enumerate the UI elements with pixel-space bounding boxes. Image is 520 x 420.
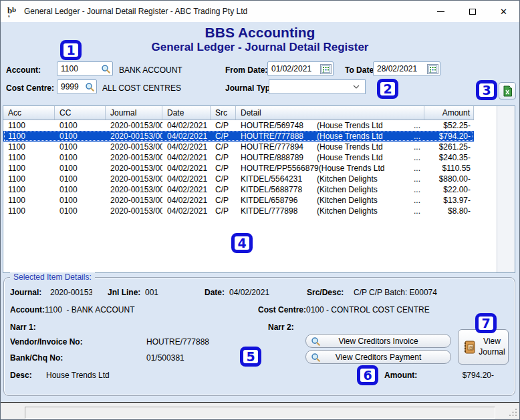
app-window: b b s General Ledger - Journal Detail Re… [0,0,520,420]
to-date-calendar-icon[interactable] [427,64,438,74]
from-date-input[interactable] [267,61,334,76]
window-title: General Ledger - Journal Detail Register… [24,7,247,16]
detail-ref: HOUTRE/888789 [241,152,317,163]
cell-journal: 2020-00153/001 [106,131,162,142]
cell-journal: 2020-00153/001 [106,174,162,184]
cell-detail: KITDEL/658796(Kitchen Delights... [236,195,424,206]
table-row[interactable]: 110001002020-00153/00104/02/2021C/PHOUTR… [3,120,474,131]
detail-ref: KITDEL/5564231 [241,174,317,184]
detail-desc: (House Trends Ltd [319,164,385,173]
detail-ellipsis: ... [414,184,420,195]
cell-acc: 1100 [3,174,55,184]
cell-src: C/P [211,163,236,174]
cell-cc: 0100 [55,206,106,216]
view-journal-label: View Journal [476,337,508,357]
payment-lookup-icon [311,353,321,363]
cell-amount: $110.55 [424,163,474,174]
resize-grip[interactable] [508,407,518,417]
detail-ref: KITDEL/777898 [241,206,317,216]
maximize-button[interactable] [457,1,488,22]
cell-acc: 1100 [3,131,55,142]
from-date-field[interactable] [271,64,320,73]
column-header-detail[interactable]: Detail [236,106,424,120]
column-header-journal[interactable]: Journal [106,106,162,120]
close-button[interactable]: ✕ [488,1,519,22]
cell-amount: $261.25- [424,142,474,152]
account-lookup-icon[interactable] [101,64,111,74]
cell-amount: $22.00- [424,184,474,195]
view-creditors-payment-button[interactable]: View Creditors Payment [305,350,451,364]
column-header-cc[interactable]: CC [55,106,106,120]
detail-desc: (Kitchen Delights [317,174,378,184]
cost-centre-description: ALL COST CENTRES [102,83,181,93]
account-input[interactable] [57,61,113,76]
cost-centre-field[interactable] [61,82,85,91]
grid-body: 110001002020-00153/00104/02/2021C/PHOUTR… [3,120,503,216]
journal-book-icon: @ [463,340,476,355]
details-desc-label: Desc: [10,371,32,380]
detail-desc: (Kitchen Delights [317,185,378,194]
view-journal-button[interactable]: @ View Journal [458,329,509,365]
detail-ellipsis: ... [414,163,420,174]
detail-desc: (House Trends Ltd [317,153,383,162]
detail-ellipsis: ... [414,120,420,131]
details-vendor-invoice-label: Vendor/Invoice No: [10,337,83,347]
account-field[interactable] [61,64,101,73]
column-header-amount[interactable]: Amount [424,106,474,120]
annotation-badge-5: 5 [240,347,261,367]
account-label: Account: [6,65,41,75]
journal-grid: AccCCJournalDateSrcDetailAmount 11000100… [3,106,515,273]
cell-amount: $880.00- [424,174,474,184]
column-header-date[interactable]: Date [162,106,211,120]
detail-ref: HOUTRE/777894 [241,142,317,152]
cell-cc: 0100 [55,120,106,131]
detail-ref: HOUTRE/PP5566879 [241,163,319,174]
grid-scrollbar[interactable] [497,106,515,272]
cell-amount: $52.25- [424,120,474,131]
detail-ref: HOUTRE/777888 [241,131,317,142]
table-row[interactable]: 110001002020-00153/00104/02/2021C/PHOUTR… [3,163,474,174]
details-cost-centre-value: 0100 - CONTROL COST CENTRE [306,305,430,314]
status-panel [25,407,495,419]
export-excel-button[interactable] [499,82,516,99]
cost-centre-lookup-icon[interactable] [85,82,95,92]
cell-cc: 0100 [55,195,106,206]
details-journal-label: Journal: [10,288,41,297]
svg-text:b: b [12,5,16,13]
table-row[interactable]: 110001002020-00153/00104/02/2021C/PKITDE… [3,206,474,216]
detail-desc: (House Trends Ltd [317,142,383,152]
minimize-button[interactable] [425,1,457,22]
cell-detail: HOUTRE/569748(House Trends Ltd... [236,120,424,131]
view-creditors-payment-label: View Creditors Payment [336,353,422,362]
table-row[interactable]: 110001002020-00153/00104/02/2021C/PHOUTR… [3,152,474,163]
cost-centre-input[interactable] [57,79,97,94]
view-creditors-invoice-button[interactable]: View Creditors Invoice [305,334,451,348]
table-row[interactable]: 110001002020-00153/00104/02/2021C/PKITDE… [3,184,474,195]
table-row[interactable]: 110001002020-00153/00104/02/2021C/PHOUTR… [3,142,474,152]
table-row-selected[interactable]: 110001002020-00153/00104/02/2021C/PHOUTR… [3,131,474,142]
detail-ellipsis: ... [414,152,420,163]
excel-icon [503,85,513,97]
annotation-badge-3: 3 [476,80,497,100]
details-src-desc-value: C/P C/P Batch: E00074 [354,288,437,297]
cell-src: C/P [211,131,236,142]
cell-detail: KITDEL/5688778(Kitchen Delights... [236,184,424,195]
to-date-input[interactable] [373,61,440,76]
cell-cc: 0100 [55,163,106,174]
details-account-label: Account: [10,305,45,314]
cost-centre-label: Cost Centre: [6,83,54,93]
column-header-src[interactable]: Src [211,106,236,120]
cell-src: C/P [211,195,236,206]
column-header-acc[interactable]: Acc [3,106,55,120]
table-row[interactable]: 110001002020-00153/00104/02/2021C/PKITDE… [3,174,474,184]
table-row[interactable]: 110001002020-00153/00104/02/2021C/PKITDE… [3,195,474,206]
cell-amount: $240.35- [424,152,474,163]
cell-journal: 2020-00153/001 [106,184,162,195]
journal-type-dropdown[interactable] [269,79,366,94]
to-date-field[interactable] [377,64,427,73]
details-amount-value: $794.20- [462,371,494,380]
cell-journal: 2020-00153/001 [106,152,162,163]
cell-acc: 1100 [3,206,55,216]
cell-date: 04/02/2021 [162,120,211,131]
from-date-calendar-icon[interactable] [320,64,332,74]
